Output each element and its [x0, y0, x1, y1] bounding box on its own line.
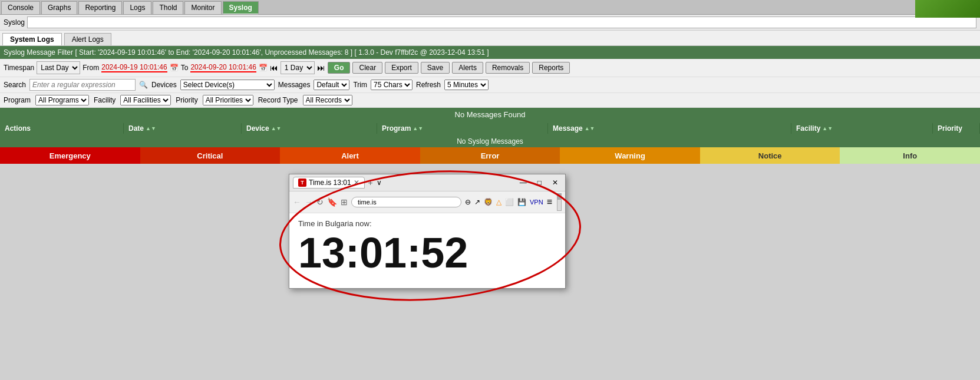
sub-tabs: System Logs Alert Logs — [0, 31, 980, 46]
table-header: Actions Date ▲▼ Device ▲▼ Program ▲▼ Mes… — [0, 121, 980, 136]
record-type-label: Record Type — [258, 96, 298, 104]
th-actions: Actions — [0, 123, 124, 134]
info-bar: Syslog Message Filter [ Start: '2024-09-… — [0, 46, 980, 59]
reports-button[interactable]: Reports — [532, 62, 570, 74]
severity-emergency: Emergency — [0, 147, 140, 164]
prev-icon[interactable]: ⏮ — [270, 63, 278, 72]
search-label: Search — [4, 81, 26, 89]
top-nav: Console Graphs Reporting Logs Thold Moni… — [0, 0, 980, 15]
th-priority: Priority — [933, 123, 980, 134]
th-message: Message ▲▼ — [548, 123, 791, 134]
tab-syslog[interactable]: Syslog — [223, 1, 259, 14]
severity-alert: Alert — [280, 147, 420, 164]
th-program: Program ▲▼ — [377, 123, 548, 134]
controls-row: Timespan Last Day From 2024-09-19 10:01:… — [0, 59, 980, 77]
devices-label: Devices — [151, 81, 177, 89]
th-device: Device ▲▼ — [242, 123, 377, 134]
alerts-button[interactable]: Alerts — [452, 62, 483, 74]
priority-select[interactable]: All Priorities — [203, 95, 253, 105]
message-sort-icon[interactable]: ▲▼ — [585, 125, 595, 131]
record-type-select[interactable]: All Records — [303, 95, 352, 105]
clear-button[interactable]: Clear — [352, 62, 382, 74]
facility-sort-icon[interactable]: ▲▼ — [822, 125, 833, 131]
save-button[interactable]: Save — [421, 62, 450, 74]
calendar-to-icon[interactable]: 📅 — [259, 64, 268, 72]
program-select[interactable]: All Programs — [35, 95, 89, 105]
tab-monitor[interactable]: Monitor — [184, 1, 221, 14]
program-row: Program All Programs Facility All Facili… — [0, 93, 980, 108]
severity-critical: Critical — [140, 147, 281, 164]
to-date[interactable]: 2024-09-20 10:01:46 — [190, 63, 256, 72]
go-button[interactable]: Go — [328, 62, 351, 74]
facility-label: Facility — [94, 96, 116, 104]
devices-select[interactable]: Select Device(s) — [180, 80, 275, 90]
program-label: Program — [4, 96, 31, 104]
removals-button[interactable]: Removals — [486, 62, 530, 74]
messages-label: Messages — [278, 81, 311, 89]
search-input[interactable] — [29, 79, 136, 91]
trim-label: Trim — [353, 81, 367, 89]
th-facility: Facility ▲▼ — [791, 123, 933, 134]
priority-label: Priority — [176, 96, 197, 104]
facility-select[interactable]: All Facilities — [120, 95, 171, 105]
severity-error: Error — [420, 147, 560, 164]
date-sort-icon[interactable]: ▲▼ — [146, 125, 156, 131]
to-label: To — [181, 64, 189, 72]
green-corner-decoration — [915, 0, 980, 18]
th-date: Date ▲▼ — [124, 123, 242, 134]
severity-bar: Emergency Critical Alert Error Warning N… — [0, 147, 980, 164]
next-icon[interactable]: ⏭ — [317, 63, 325, 72]
messages-select[interactable]: Default — [314, 80, 349, 90]
tab-reporting[interactable]: Reporting — [78, 1, 122, 14]
tab-thold[interactable]: Thold — [153, 1, 183, 14]
export-button[interactable]: Export — [385, 62, 418, 74]
day-select[interactable]: 1 Day — [281, 61, 315, 74]
from-label: From — [83, 64, 99, 72]
timespan-select[interactable]: Last Day — [37, 61, 80, 74]
tab-system-logs[interactable]: System Logs — [2, 33, 62, 45]
timespan-label: Timespan — [4, 64, 34, 72]
refresh-select[interactable]: 5 Minutes — [444, 80, 489, 90]
tab-console[interactable]: Console — [1, 1, 40, 14]
severity-info: Info — [840, 147, 980, 164]
syslog-label: Syslog — [4, 18, 25, 27]
from-date[interactable]: 2024-09-19 10:01:46 — [101, 63, 167, 72]
device-sort-icon[interactable]: ▲▼ — [271, 125, 282, 131]
syslog-input[interactable] — [27, 16, 976, 28]
search-icon[interactable]: 🔍 — [139, 81, 148, 89]
tab-graphs[interactable]: Graphs — [41, 1, 77, 14]
tab-logs[interactable]: Logs — [123, 1, 151, 14]
severity-warning: Warning — [560, 147, 700, 164]
calendar-from-icon[interactable]: 📅 — [170, 64, 179, 72]
no-syslog-row: No Syslog Messages — [0, 136, 980, 147]
no-messages-banner: No Messages Found — [0, 108, 980, 121]
search-row: Search 🔍 Devices Select Device(s) Messag… — [0, 77, 980, 93]
refresh-label: Refresh — [416, 81, 441, 89]
severity-notice: Notice — [700, 147, 840, 164]
tab-alert-logs[interactable]: Alert Logs — [64, 33, 111, 45]
syslog-bar: Syslog — [0, 15, 980, 31]
trim-select[interactable]: 75 Chars — [371, 80, 413, 90]
program-sort-icon[interactable]: ▲▼ — [413, 125, 423, 131]
